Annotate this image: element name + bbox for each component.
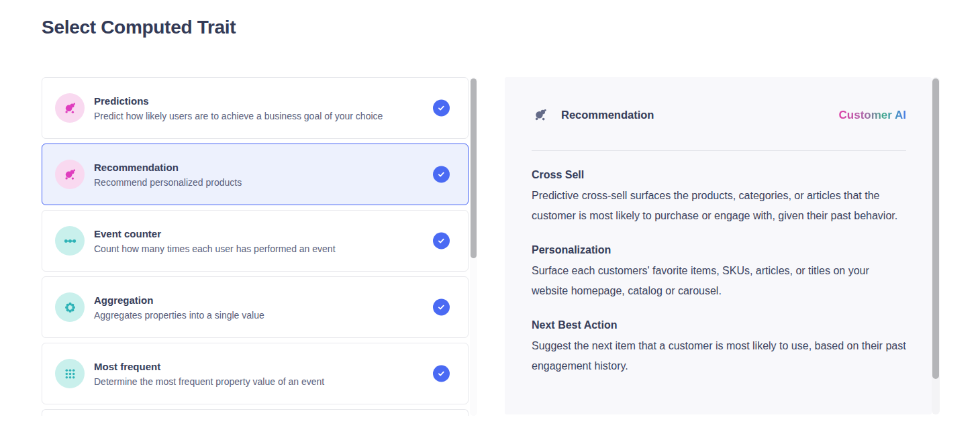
section-heading: Cross Sell	[532, 169, 906, 181]
detail-panel-header: Recommendation Customer AI	[532, 106, 906, 124]
detail-panel-title: Recommendation	[561, 109, 654, 121]
selected-check-icon	[433, 233, 450, 249]
section-body: Surface each customers' favorite items, …	[532, 261, 906, 301]
section-heading: Next Best Action	[532, 319, 906, 331]
trait-card-aggregation[interactable]: Aggregation Aggregates properties into a…	[42, 276, 469, 338]
trait-card-clipped[interactable]	[42, 409, 469, 416]
trait-card-event-counter[interactable]: Event counter Count how many times each …	[42, 210, 469, 272]
event-counter-dots-icon	[55, 226, 85, 256]
select-computed-trait-dialog: Select Computed Trait Predictions Predic…	[0, 0, 980, 446]
page-title: Select Computed Trait	[42, 17, 236, 38]
detail-panel-scrollbar-thumb[interactable]	[932, 78, 939, 379]
trait-list: Predictions Predict how likely users are…	[42, 77, 469, 416]
trait-list-scrollbar-thumb[interactable]	[471, 78, 477, 258]
trait-card-most-frequent[interactable]: Most frequent Determine the most frequen…	[42, 343, 469, 404]
most-frequent-grid-icon	[55, 359, 85, 388]
detail-panel-scrollbar[interactable]	[932, 77, 940, 414]
selected-check-icon	[433, 166, 450, 183]
trait-card-recommendation[interactable]: Recommendation Recommend personalized pr…	[42, 144, 469, 205]
customer-ai-badge: Customer AI	[839, 109, 906, 122]
selected-check-icon	[433, 299, 450, 316]
selected-check-icon	[433, 366, 450, 382]
detail-section: Cross Sell Predictive cross-sell surface…	[532, 169, 906, 226]
selected-check-icon	[433, 100, 450, 117]
trait-card-predictions[interactable]: Predictions Predict how likely users are…	[42, 77, 469, 139]
aggregation-ring-icon	[55, 292, 85, 322]
divider	[532, 150, 906, 151]
recommendation-blob-icon	[55, 160, 85, 189]
predictions-blob-icon	[55, 93, 85, 123]
trait-detail-panel: Recommendation Customer AI Cross Sell Pr…	[505, 77, 932, 414]
section-body: Predictive cross-sell surfaces the produ…	[532, 186, 906, 226]
detail-section: Personalization Surface each customers' …	[532, 244, 906, 301]
recommendation-blob-icon	[532, 106, 550, 124]
trait-list-scrollbar[interactable]	[470, 77, 477, 416]
section-heading: Personalization	[532, 244, 906, 256]
section-body: Suggest the next item that a customer is…	[532, 336, 906, 376]
detail-section: Next Best Action Suggest the next item t…	[532, 319, 906, 376]
